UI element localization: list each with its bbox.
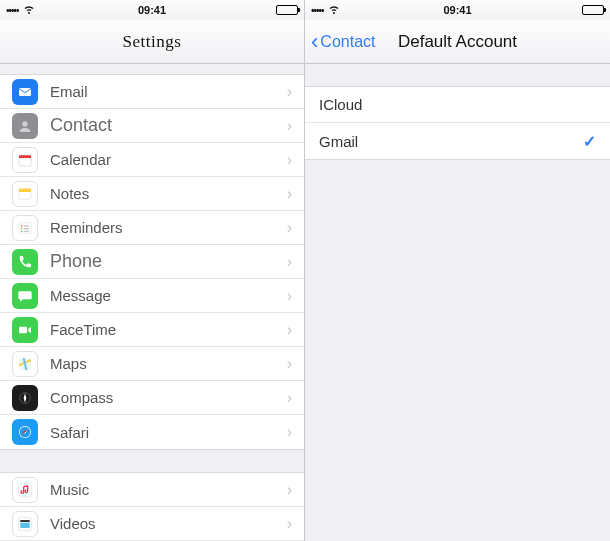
svg-rect-21 bbox=[20, 520, 29, 522]
row-label: Phone bbox=[50, 251, 287, 272]
settings-row-facetime[interactable]: FaceTime› bbox=[0, 313, 304, 347]
row-label: Message bbox=[50, 287, 287, 304]
chevron-right-icon: › bbox=[287, 151, 292, 169]
account-row-icloud[interactable]: ICloud bbox=[305, 87, 610, 123]
accounts-list: ICloudGmail✓ bbox=[305, 86, 610, 160]
status-bar-left: ••••• 09:41 bbox=[0, 0, 304, 20]
page-title-default-account: Default Account bbox=[398, 32, 517, 52]
account-row-gmail[interactable]: Gmail✓ bbox=[305, 123, 610, 159]
svg-rect-9 bbox=[21, 230, 22, 231]
wifi-icon bbox=[23, 3, 35, 17]
checkmark-icon: ✓ bbox=[583, 132, 596, 151]
music-icon bbox=[12, 477, 38, 503]
svg-rect-5 bbox=[19, 188, 31, 191]
back-button[interactable]: ‹ Contact bbox=[311, 20, 375, 63]
contact-icon bbox=[12, 113, 38, 139]
account-label: Gmail bbox=[319, 133, 583, 150]
chevron-right-icon: › bbox=[287, 83, 292, 101]
settings-row-reminders[interactable]: Reminders› bbox=[0, 211, 304, 245]
svg-rect-12 bbox=[24, 230, 29, 231]
settings-row-contact[interactable]: Contact› bbox=[0, 109, 304, 143]
svg-rect-13 bbox=[19, 326, 27, 333]
row-label: Notes bbox=[50, 185, 287, 202]
chevron-right-icon: › bbox=[287, 287, 292, 305]
message-icon bbox=[12, 283, 38, 309]
battery-icon bbox=[582, 5, 604, 15]
row-label: Reminders bbox=[50, 219, 287, 236]
settings-group: Music›Videos›Photo And Camera› bbox=[0, 472, 304, 541]
settings-pane: ••••• 09:41 Settings Email›Contact›Calen… bbox=[0, 0, 305, 541]
battery-icon bbox=[276, 5, 298, 15]
chevron-right-icon: › bbox=[287, 481, 292, 499]
row-label: Maps bbox=[50, 355, 287, 372]
account-label: ICloud bbox=[319, 96, 596, 113]
chevron-right-icon: › bbox=[287, 117, 292, 135]
safari-icon bbox=[12, 419, 38, 445]
calendar-icon bbox=[12, 147, 38, 173]
phone-icon bbox=[12, 249, 38, 275]
settings-row-phone[interactable]: Phone› bbox=[0, 245, 304, 279]
back-label: Contact bbox=[320, 33, 375, 51]
row-label: FaceTime bbox=[50, 321, 287, 338]
chevron-right-icon: › bbox=[287, 253, 292, 271]
chevron-right-icon: › bbox=[287, 321, 292, 339]
settings-row-message[interactable]: Message› bbox=[0, 279, 304, 313]
compass-icon bbox=[12, 385, 38, 411]
settings-row-email[interactable]: Email› bbox=[0, 75, 304, 109]
signal-dots-icon: ••••• bbox=[6, 5, 19, 16]
maps-icon bbox=[12, 351, 38, 377]
row-label: Compass bbox=[50, 389, 287, 406]
settings-group: Email›Contact›Calendar›Notes›Reminders›P… bbox=[0, 74, 304, 450]
detail-pane: ••••• 09:41 ‹ Contact Default Account IC… bbox=[305, 0, 610, 541]
row-label: Safari bbox=[50, 424, 287, 441]
chevron-right-icon: › bbox=[287, 185, 292, 203]
row-label: Videos bbox=[50, 515, 287, 532]
settings-row-compass[interactable]: Compass› bbox=[0, 381, 304, 415]
row-label: Music bbox=[50, 481, 287, 498]
chevron-right-icon: › bbox=[287, 355, 292, 373]
status-bar-right: ••••• 09:41 bbox=[305, 0, 610, 20]
chevron-right-icon: › bbox=[287, 515, 292, 533]
mail-icon bbox=[12, 79, 38, 105]
settings-list[interactable]: Email›Contact›Calendar›Notes›Reminders›P… bbox=[0, 64, 304, 541]
settings-row-safari[interactable]: Safari› bbox=[0, 415, 304, 449]
row-label: Calendar bbox=[50, 151, 287, 168]
settings-row-notes[interactable]: Notes› bbox=[0, 177, 304, 211]
status-time: 09:41 bbox=[443, 4, 471, 16]
svg-point-1 bbox=[22, 121, 27, 126]
settings-row-maps[interactable]: Maps› bbox=[0, 347, 304, 381]
reminders-icon bbox=[12, 215, 38, 241]
settings-row-calendar[interactable]: Calendar› bbox=[0, 143, 304, 177]
row-label: Email bbox=[50, 83, 287, 100]
facetime-icon bbox=[12, 317, 38, 343]
svg-rect-22 bbox=[20, 522, 29, 527]
wifi-icon bbox=[328, 3, 340, 17]
chevron-right-icon: › bbox=[287, 423, 292, 441]
svg-rect-7 bbox=[21, 225, 22, 226]
svg-rect-3 bbox=[19, 155, 31, 158]
signal-dots-icon: ••••• bbox=[311, 5, 324, 16]
svg-rect-10 bbox=[24, 225, 29, 226]
chevron-right-icon: › bbox=[287, 219, 292, 237]
settings-row-videos[interactable]: Videos› bbox=[0, 507, 304, 541]
page-title-settings: Settings bbox=[123, 32, 182, 52]
svg-rect-8 bbox=[21, 228, 22, 229]
detail-navbar: ‹ Contact Default Account bbox=[305, 20, 610, 64]
row-label: Contact bbox=[50, 115, 287, 136]
svg-rect-0 bbox=[19, 88, 31, 96]
settings-row-music[interactable]: Music› bbox=[0, 473, 304, 507]
settings-navbar: Settings bbox=[0, 20, 304, 64]
status-time: 09:41 bbox=[138, 4, 166, 16]
notes-icon bbox=[12, 181, 38, 207]
chevron-left-icon: ‹ bbox=[311, 31, 318, 53]
chevron-right-icon: › bbox=[287, 389, 292, 407]
videos-icon bbox=[12, 511, 38, 537]
svg-rect-11 bbox=[24, 228, 29, 229]
